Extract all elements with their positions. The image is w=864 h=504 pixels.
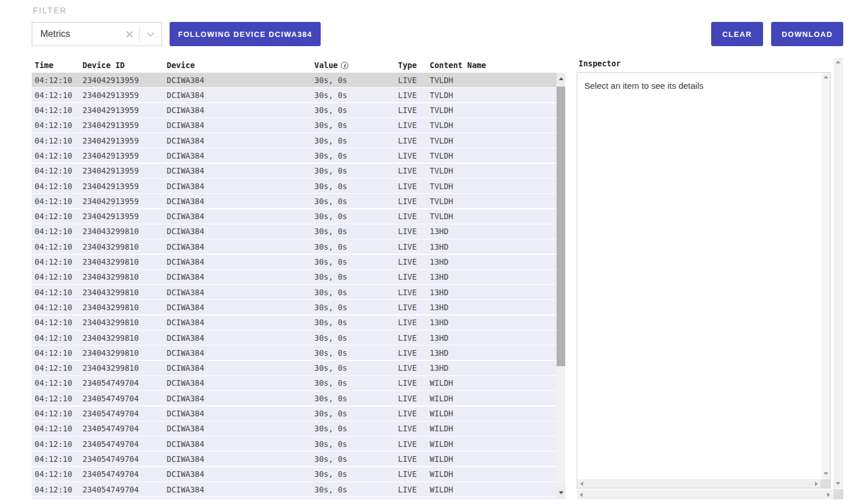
cell-time: 04:12:10 — [35, 272, 82, 281]
cell-device-id: 234042913959 — [82, 151, 167, 160]
cell-device: DCIWA384 — [167, 197, 314, 206]
cell-value: 30s, 0s — [314, 409, 398, 418]
scroll-right-button[interactable] — [824, 490, 833, 498]
scroll-left-button[interactable] — [577, 479, 587, 488]
scrollbar-thumb[interactable] — [557, 86, 565, 366]
scroll-up-button[interactable] — [557, 73, 565, 85]
inspector-horizontal-scrollbar[interactable] — [577, 479, 821, 488]
scroll-down-button[interactable] — [833, 479, 842, 488]
scroll-up-button[interactable] — [833, 58, 842, 67]
table-row[interactable]: 04:12:10234054749704DCIWA38430s, 0sLIVEW… — [32, 497, 557, 499]
table-row[interactable]: 04:12:10234042913959DCIWA38430s, 0sLIVET… — [32, 88, 557, 102]
inspector-vertical-scrollbar[interactable] — [821, 73, 830, 479]
cell-content-name: 13HD — [430, 348, 557, 358]
scroll-right-button[interactable] — [812, 479, 821, 488]
table-row[interactable]: 04:12:10234043299810DCIWA38430s, 0sLIVE1… — [32, 330, 557, 345]
cell-value: 30s, 0s — [314, 439, 398, 449]
cell-time: 04:12:10 — [35, 424, 82, 433]
cell-value: 30s, 0s — [314, 485, 398, 494]
cell-time: 04:12:10 — [35, 333, 82, 343]
cell-type: LIVE — [398, 197, 430, 206]
column-header-type: Type — [398, 61, 430, 70]
scroll-left-button[interactable] — [577, 490, 586, 498]
cell-device: DCIWA384 — [167, 333, 314, 343]
inspector-title: Inspector — [578, 59, 621, 68]
cell-device-id: 234043299810 — [82, 303, 167, 312]
cell-content-name: WILDH — [430, 485, 557, 494]
page-horizontal-scrollbar[interactable] — [577, 490, 833, 499]
table-row[interactable]: 04:12:10234042913959DCIWA38430s, 0sLIVET… — [32, 103, 557, 118]
cell-time: 04:12:10 — [35, 485, 82, 494]
table-row[interactable]: 04:12:10234054749704DCIWA38430s, 0sLIVEW… — [32, 422, 557, 436]
cell-type: LIVE — [398, 348, 430, 358]
table-row[interactable]: 04:12:10234043299810DCIWA38430s, 0sLIVE1… — [32, 361, 557, 375]
table-row[interactable]: 04:12:10234054749704DCIWA38430s, 0sLIVEW… — [32, 407, 557, 421]
table-row[interactable]: 04:12:10234043299810DCIWA38430s, 0sLIVE1… — [32, 239, 557, 254]
download-button[interactable]: DOWNLOAD — [771, 22, 843, 46]
table-row[interactable]: 04:12:10234042913959DCIWA38430s, 0sLIVET… — [32, 73, 557, 87]
cell-content-name: 13HD — [430, 333, 557, 343]
table-vertical-scrollbar[interactable] — [557, 73, 565, 499]
cell-content-name: TVLDH — [430, 166, 557, 175]
cell-content-name: TVLDH — [430, 151, 557, 160]
table-row[interactable]: 04:12:10234042913959DCIWA38430s, 0sLIVET… — [32, 164, 557, 178]
cell-value: 30s, 0s — [314, 242, 398, 251]
table-row[interactable]: 04:12:10234054749704DCIWA38430s, 0sLIVEW… — [32, 391, 557, 405]
cell-device-id: 234042913959 — [82, 91, 167, 100]
table-row[interactable]: 04:12:10234043299810DCIWA38430s, 0sLIVE1… — [32, 224, 557, 239]
table-row[interactable]: 04:12:10234043299810DCIWA38430s, 0sLIVE1… — [32, 315, 557, 330]
cell-device: DCIWA384 — [167, 378, 314, 388]
chevron-down-icon[interactable] — [140, 32, 161, 37]
cell-device: DCIWA384 — [167, 91, 314, 100]
cell-content-name: TVLDH — [430, 136, 557, 145]
clear-selection-icon[interactable] — [119, 31, 139, 38]
cell-type: LIVE — [398, 333, 430, 343]
cell-value: 30s, 0s — [314, 106, 398, 115]
column-header-value: Valuei — [314, 61, 398, 70]
cell-content-name: WILDH — [430, 469, 557, 479]
table-row[interactable]: 04:12:10234042913959DCIWA38430s, 0sLIVET… — [32, 148, 557, 163]
cell-device: DCIWA384 — [167, 242, 314, 251]
table-row[interactable]: 04:12:10234043299810DCIWA38430s, 0sLIVE1… — [32, 345, 557, 360]
cell-device: DCIWA384 — [167, 394, 314, 403]
cell-type: LIVE — [398, 212, 430, 221]
cell-value: 30s, 0s — [314, 454, 398, 464]
cell-value: 30s, 0s — [314, 272, 398, 281]
table-row[interactable]: 04:12:10234043299810DCIWA38430s, 0sLIVE1… — [32, 285, 557, 299]
table-row[interactable]: 04:12:10234043299810DCIWA38430s, 0sLIVE1… — [32, 255, 557, 269]
table-row[interactable]: 04:12:10234043299810DCIWA38430s, 0sLIVE1… — [32, 300, 557, 314]
page-vertical-scrollbar[interactable] — [833, 58, 843, 488]
scrollbar-corner — [821, 479, 830, 488]
cell-device: DCIWA384 — [167, 227, 314, 236]
table-row[interactable]: 04:12:10234054749704DCIWA38430s, 0sLIVEW… — [32, 437, 557, 451]
table-row[interactable]: 04:12:10234042913959DCIWA38430s, 0sLIVET… — [32, 179, 557, 193]
following-device-button[interactable]: FOLLOWING DEVICE DCIWA384 — [170, 22, 321, 46]
clear-button[interactable]: CLEAR — [711, 22, 763, 46]
cell-content-name: TVLDH — [430, 182, 557, 191]
table-row[interactable]: 04:12:10234042913959DCIWA38430s, 0sLIVET… — [32, 194, 557, 208]
scroll-down-button[interactable] — [557, 487, 565, 499]
cell-type: LIVE — [398, 378, 430, 388]
table-row[interactable]: 04:12:10234042913959DCIWA38430s, 0sLIVET… — [32, 118, 557, 133]
cell-type: LIVE — [398, 469, 430, 479]
scroll-up-button[interactable] — [821, 73, 830, 82]
metrics-select[interactable]: Metrics — [32, 22, 162, 46]
table-row[interactable]: 04:12:10234054749704DCIWA38430s, 0sLIVEW… — [32, 482, 557, 497]
cell-device: DCIWA384 — [167, 363, 314, 373]
cell-content-name: WILDH — [430, 378, 557, 388]
cell-device-id: 234054749704 — [82, 454, 167, 464]
table-row[interactable]: 04:12:10234054749704DCIWA38430s, 0sLIVEW… — [32, 467, 557, 482]
table-row[interactable]: 04:12:10234043299810DCIWA38430s, 0sLIVE1… — [32, 270, 557, 284]
scroll-down-button[interactable] — [821, 469, 830, 479]
cell-device: DCIWA384 — [167, 121, 314, 130]
cell-value: 30s, 0s — [314, 394, 398, 403]
table-row[interactable]: 04:12:10234042913959DCIWA38430s, 0sLIVET… — [32, 209, 557, 224]
cell-time: 04:12:10 — [35, 91, 82, 100]
cell-type: LIVE — [398, 485, 430, 494]
filter-label: FILTER — [33, 6, 67, 15]
table-row[interactable]: 04:12:10234054749704DCIWA38430s, 0sLIVEW… — [32, 452, 557, 466]
cell-device-id: 234043299810 — [82, 242, 167, 251]
table-row[interactable]: 04:12:10234054749704DCIWA38430s, 0sLIVEW… — [32, 376, 557, 390]
table-row[interactable]: 04:12:10234042913959DCIWA38430s, 0sLIVET… — [32, 133, 557, 148]
info-icon[interactable]: i — [341, 62, 348, 69]
